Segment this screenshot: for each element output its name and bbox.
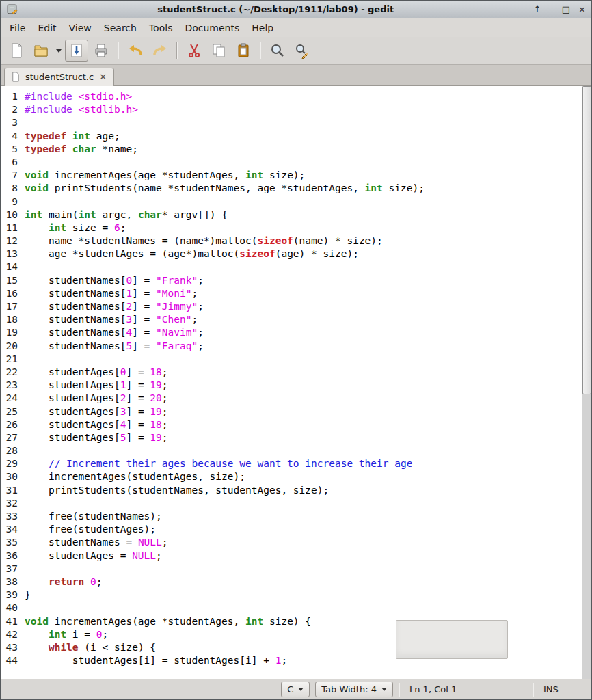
code-line[interactable]: studentNames[2] = "Jimmy";	[25, 300, 591, 313]
code-line[interactable]: }	[25, 589, 591, 602]
chevron-down-icon	[381, 688, 387, 691]
menu-tools[interactable]: Tools	[143, 20, 179, 36]
code-line[interactable]: free(studentNames);	[25, 510, 591, 523]
menu-search[interactable]: Search	[98, 20, 143, 36]
code-line[interactable]	[25, 602, 591, 615]
code-line[interactable]: name *studentNames = (name*)malloc(sizeo…	[25, 234, 591, 247]
cut-button[interactable]	[183, 40, 206, 62]
line-number: 33	[1, 510, 18, 523]
code-line[interactable]: #include <stdio.h>	[25, 90, 591, 103]
menu-edit[interactable]: Edit	[31, 20, 62, 36]
line-number: 44	[1, 654, 18, 667]
copy-icon	[211, 42, 227, 59]
save-document-button[interactable]	[65, 40, 88, 62]
line-number: 21	[1, 353, 18, 366]
line-number: 18	[1, 313, 18, 326]
code-line[interactable]	[25, 563, 591, 576]
titlebar[interactable]: studentStruct.c (~/Desktop/1911/lab09) -…	[1, 1, 591, 18]
search-replace-icon	[294, 42, 310, 59]
menu-documents[interactable]: Documents	[178, 20, 245, 36]
language-selector[interactable]: C	[281, 682, 310, 697]
code-line[interactable]	[25, 196, 591, 208]
chevron-down-icon	[298, 688, 304, 691]
code-line[interactable]: studentNames[4] = "Navim";	[25, 326, 591, 339]
code-line[interactable]	[25, 156, 591, 169]
line-number: 16	[1, 287, 18, 300]
maximize-button[interactable]: □	[562, 5, 570, 14]
minimize-button[interactable]: –	[549, 5, 554, 14]
scrollbar-thumb[interactable]	[582, 86, 591, 394]
print-document-button[interactable]	[90, 40, 113, 62]
copy-button[interactable]	[207, 40, 230, 62]
code-line[interactable]: studentNames[1] = "Moni";	[25, 287, 591, 300]
tab-close-icon[interactable]: ✕	[98, 72, 107, 81]
save-document-icon	[68, 42, 85, 59]
code-line[interactable]: int size = 6;	[25, 221, 591, 234]
redo-button[interactable]	[148, 40, 172, 62]
chevron-down-icon	[56, 49, 62, 53]
code-line[interactable]: void printStudents(name *studentNames, a…	[25, 182, 591, 195]
code-line[interactable]: typedef int age;	[25, 130, 591, 143]
code-line[interactable]: #include <stdlib.h>	[25, 103, 591, 116]
close-button[interactable]: ×	[578, 5, 586, 14]
insert-mode: INS	[539, 684, 587, 695]
code-line[interactable]	[25, 260, 591, 273]
code-line[interactable]: studentAges[0] = 18;	[25, 366, 591, 379]
paste-button[interactable]	[232, 40, 255, 62]
search-replace-button[interactable]	[291, 40, 314, 62]
toolbar	[1, 37, 591, 65]
open-dropdown-button[interactable]	[54, 40, 64, 62]
code-line[interactable]: studentAges = NULL;	[25, 550, 591, 563]
code-line[interactable]: studentAges[1] = 19;	[25, 379, 591, 392]
code-line[interactable]: studentNames[0] = "Frank";	[25, 274, 591, 287]
code-line[interactable]: age *studentAges = (age*)malloc(sizeof(a…	[25, 247, 591, 260]
code-line[interactable]	[25, 444, 591, 457]
menu-view[interactable]: View	[63, 20, 98, 36]
print-icon	[93, 42, 109, 59]
line-number: 25	[1, 405, 18, 418]
code-line[interactable]	[25, 353, 591, 366]
search-button[interactable]	[266, 40, 289, 62]
code-line[interactable]: studentNames = NULL;	[25, 536, 591, 549]
toolbar-separator	[176, 42, 178, 59]
code-lines[interactable]: #include <stdio.h>#include <stdlib.h> ty…	[21, 86, 591, 679]
line-number: 14	[1, 260, 18, 273]
code-line[interactable]: studentNames[5] = "Faraq";	[25, 340, 591, 353]
language-label: C	[287, 684, 293, 695]
code-line[interactable]: free(studentAges);	[25, 523, 591, 536]
new-document-button[interactable]	[5, 40, 28, 62]
code-line[interactable]: // Increment their ages because we want …	[25, 457, 591, 470]
status-bar: C Tab Width: 4 Ln 1, Col 1 INS	[1, 679, 591, 699]
menu-file[interactable]: File	[3, 20, 31, 36]
tab-studentstruct[interactable]: studentStruct.c ✕	[4, 68, 114, 86]
code-line[interactable]: studentAges[3] = 19;	[25, 405, 591, 418]
code-line[interactable]: void incrementAges(age *studentAges, int…	[25, 169, 591, 182]
code-line[interactable]: int main(int argc, char* argv[]) {	[25, 208, 591, 221]
shade-button[interactable]: ↑	[533, 5, 541, 14]
tab-width-selector[interactable]: Tab Width: 4	[315, 682, 393, 697]
line-number: 8	[1, 182, 18, 195]
code-line[interactable]: studentAges[4] = 18;	[25, 418, 591, 431]
code-line[interactable]: return 0;	[25, 576, 591, 589]
line-number: 3	[1, 116, 18, 129]
statusbar-separator	[533, 683, 534, 697]
code-line[interactable]: printStudents(studentNames, studentAges,…	[25, 484, 591, 497]
line-number: 2	[1, 103, 18, 116]
window-controls: ↑ – □ ×	[533, 5, 586, 14]
undo-button[interactable]	[124, 40, 147, 62]
code-line[interactable]: incrementAges(studentAges, size);	[25, 470, 591, 483]
vertical-scrollbar[interactable]	[582, 86, 591, 679]
statusbar-separator	[399, 683, 400, 697]
open-document-button[interactable]	[29, 40, 53, 62]
code-line[interactable]	[25, 497, 591, 510]
code-line[interactable]: typedef char *name;	[25, 143, 591, 156]
toolbar-separator	[118, 42, 119, 59]
line-numbers: 1234567891011121314151617181920212223242…	[1, 86, 21, 679]
code-line[interactable]: studentAges[5] = 19;	[25, 431, 591, 444]
line-number: 42	[1, 628, 18, 641]
menu-help[interactable]: Help	[245, 20, 280, 36]
code-line[interactable]: studentNames[3] = "Chen";	[25, 313, 591, 326]
code-line[interactable]: studentAges[2] = 20;	[25, 392, 591, 405]
redo-icon	[152, 42, 168, 59]
code-line[interactable]	[25, 116, 591, 129]
